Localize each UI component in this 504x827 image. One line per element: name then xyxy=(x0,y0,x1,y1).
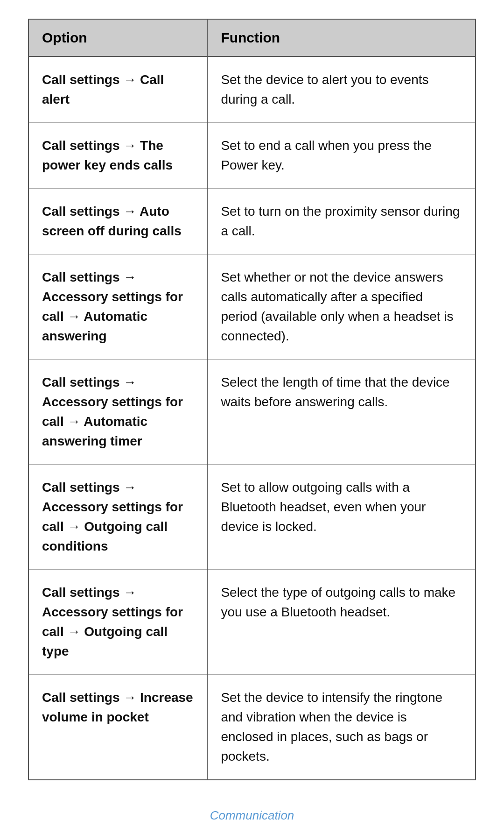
function-cell: Set to end a call when you press the Pow… xyxy=(207,123,475,189)
function-cell: Set to turn on the proximity sensor duri… xyxy=(207,189,475,254)
function-cell: Set the device to alert you to events du… xyxy=(207,57,475,123)
table-row: Call settings → The power key ends calls… xyxy=(29,123,475,189)
table-row: Call settings → Auto screen off during c… xyxy=(29,189,475,254)
function-cell: Select the length of time that the devic… xyxy=(207,360,475,465)
settings-table: Option Function Call settings → Call ale… xyxy=(28,19,476,780)
header-function: Function xyxy=(207,20,475,57)
function-cell: Select the type of outgoing calls to mak… xyxy=(207,570,475,675)
table-row: Call settings → Call alertSet the device… xyxy=(29,57,475,123)
footer-label: Communication xyxy=(210,808,294,823)
option-cell: Call settings → Increase volume in pocke… xyxy=(29,675,207,780)
option-cell: Call settings → The power key ends calls xyxy=(29,123,207,189)
header-option: Option xyxy=(29,20,207,57)
function-cell: Set the device to intensify the ringtone… xyxy=(207,675,475,780)
table-row: Call settings → Accessory settings for c… xyxy=(29,570,475,675)
option-cell: Call settings → Accessory settings for c… xyxy=(29,465,207,570)
table-row: Call settings → Accessory settings for c… xyxy=(29,360,475,465)
option-cell: Call settings → Call alert xyxy=(29,57,207,123)
table-header-row: Option Function xyxy=(29,20,475,57)
option-cell: Call settings → Accessory settings for c… xyxy=(29,360,207,465)
table-row: Call settings → Accessory settings for c… xyxy=(29,465,475,570)
option-cell: Call settings → Auto screen off during c… xyxy=(29,189,207,254)
function-cell: Set whether or not the device answers ca… xyxy=(207,254,475,360)
function-cell: Set to allow outgoing calls with a Bluet… xyxy=(207,465,475,570)
option-cell: Call settings → Accessory settings for c… xyxy=(29,570,207,675)
page-footer: Communication 60 xyxy=(210,808,294,827)
table-row: Call settings → Accessory settings for c… xyxy=(29,254,475,360)
table-row: Call settings → Increase volume in pocke… xyxy=(29,675,475,780)
option-cell: Call settings → Accessory settings for c… xyxy=(29,254,207,360)
